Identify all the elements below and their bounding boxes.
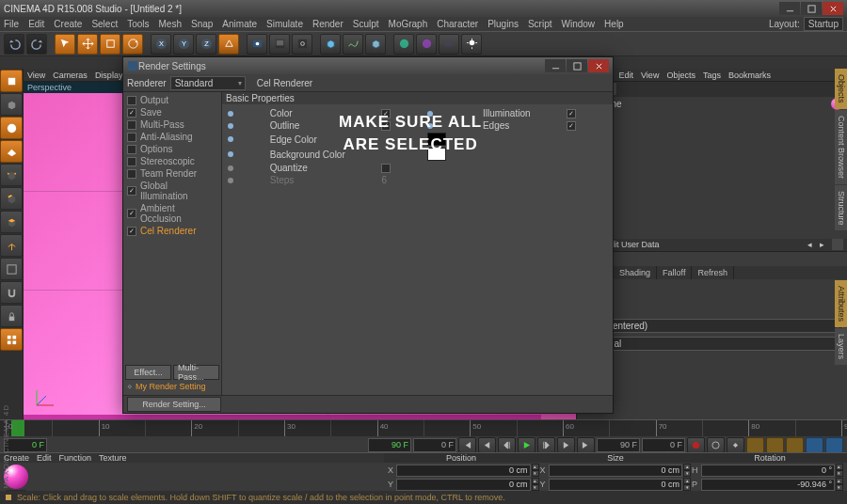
rs-item[interactable]: Output — [125, 94, 219, 106]
coord-field[interactable]: 0 ° — [701, 465, 835, 477]
vp-menu-view[interactable]: View — [27, 71, 45, 80]
timeline-ruler[interactable]: 0102030405060708090 — [0, 419, 847, 436]
coord-field[interactable]: 0 cm — [396, 479, 530, 491]
side-tab-structure[interactable]: Structure — [835, 185, 847, 231]
menu-file[interactable]: File — [4, 19, 19, 29]
live-select-icon[interactable] — [55, 34, 75, 55]
prev-key-icon[interactable] — [478, 437, 496, 453]
prop-illum-check[interactable] — [567, 109, 576, 118]
stepper-icon[interactable]: ▴▾ — [836, 464, 843, 477]
end-frame-field[interactable]: 90 F — [597, 438, 640, 452]
z-axis-icon[interactable]: Z — [196, 34, 216, 55]
menu-render[interactable]: Render — [312, 19, 344, 29]
rs-item[interactable]: Global Illumination — [125, 180, 219, 202]
deformer-green-icon[interactable] — [393, 34, 414, 55]
workplane-icon[interactable] — [0, 140, 23, 163]
range-end-field[interactable]: 90 F — [368, 438, 411, 452]
camera-icon[interactable] — [439, 34, 459, 55]
mm-texture[interactable]: Texture — [99, 453, 127, 463]
menu-tools[interactable]: Tools — [127, 19, 149, 29]
toggle-scale-icon[interactable] — [766, 437, 784, 453]
stepper-icon[interactable]: ▴▾ — [683, 464, 691, 477]
coord-field[interactable]: 0 cm — [549, 465, 682, 477]
toggle-rot-icon[interactable] — [786, 437, 804, 453]
menu-plugins[interactable]: Plugins — [487, 19, 519, 29]
tree-row-plane[interactable]: Plane — [577, 97, 847, 111]
rs-item-check[interactable] — [127, 227, 136, 236]
menu-script[interactable]: Script — [528, 19, 552, 29]
rs-item-check[interactable] — [127, 120, 136, 130]
light-icon[interactable] — [461, 34, 482, 55]
attr-nav-fwd-icon[interactable]: ▸ — [820, 240, 824, 249]
texture-pattern-icon[interactable] — [0, 328, 23, 351]
attr-grid-icon[interactable] — [832, 239, 843, 250]
playhead[interactable] — [11, 420, 24, 436]
vp-menu-cameras[interactable]: Cameras — [53, 71, 88, 80]
redo-icon[interactable] — [26, 34, 47, 55]
keyframe-sel-icon[interactable] — [727, 437, 744, 453]
side-tab-content[interactable]: Content Browser — [835, 110, 847, 184]
rs-multipass-button[interactable]: Multi-Pass... — [173, 365, 219, 380]
rs-item[interactable]: Options — [125, 143, 219, 155]
prev-frame-icon[interactable] — [498, 437, 516, 453]
rs-item-check[interactable] — [127, 96, 136, 105]
menu-create[interactable]: Create — [54, 19, 82, 29]
next-key-icon[interactable] — [557, 437, 575, 453]
texture-mode-icon[interactable] — [0, 117, 23, 139]
prop-quantize-check[interactable] — [381, 164, 391, 173]
object-tree[interactable]: Plane — [577, 97, 847, 239]
coord-field[interactable]: 0 cm — [396, 465, 530, 477]
rs-effect-button[interactable]: Effect... — [125, 365, 171, 380]
rs-item-check[interactable] — [127, 186, 136, 196]
tab-falloff[interactable]: Falloff — [657, 266, 692, 279]
menu-simulate[interactable]: Simulate — [266, 19, 303, 29]
menu-select[interactable]: Select — [91, 19, 118, 29]
generator-icon[interactable] — [365, 34, 386, 55]
menu-character[interactable]: Character — [437, 19, 478, 29]
snap-icon[interactable] — [0, 281, 23, 304]
render-view-icon[interactable] — [247, 34, 267, 55]
menu-mograph[interactable]: MoGraph — [389, 19, 428, 29]
toggle-param-icon[interactable] — [806, 437, 823, 453]
play-icon[interactable] — [518, 437, 535, 453]
rs-renderer-dropdown[interactable]: Standard — [170, 76, 246, 90]
edge-mode-icon[interactable] — [0, 187, 23, 210]
primitive-cube-icon[interactable] — [320, 34, 341, 55]
polygon-mode-icon[interactable] — [0, 211, 23, 233]
rs-my-setting[interactable]: ⋄My Render Setting — [125, 380, 219, 393]
toggle-pos-icon[interactable] — [746, 437, 764, 453]
menu-animate[interactable]: Animate — [222, 19, 257, 29]
minimize-button[interactable] — [779, 2, 800, 15]
om-menu-objects[interactable]: Objects — [666, 71, 695, 80]
goto-start-icon[interactable] — [458, 437, 476, 453]
make-editable-icon[interactable] — [0, 70, 23, 92]
fps-field[interactable]: 0 F — [642, 438, 685, 452]
rs-item-check[interactable] — [127, 108, 136, 118]
attr-dropdown-continuity[interactable]: uity (Centered) — [581, 319, 843, 333]
rs-item[interactable]: Anti-Aliasing — [125, 131, 219, 143]
rs-item[interactable]: Ambient Occlusion — [125, 202, 219, 225]
record-icon[interactable] — [687, 437, 705, 453]
vp-menu-display[interactable]: Display — [95, 71, 123, 80]
menu-window[interactable]: Window — [562, 19, 596, 29]
picture-viewer-icon[interactable] — [269, 34, 290, 55]
stepper-icon[interactable]: ▴▾ — [683, 478, 691, 491]
coord-system-icon[interactable] — [218, 34, 239, 55]
rs-item-check[interactable] — [127, 145, 136, 154]
rs-item-check[interactable] — [127, 157, 136, 166]
attr-nav-back-icon[interactable]: ◂ — [807, 240, 812, 249]
side-tab-layers[interactable]: Layers — [835, 328, 847, 365]
move-icon[interactable] — [77, 34, 98, 55]
mm-function[interactable]: Function — [59, 453, 92, 463]
rs-minimize-button[interactable] — [545, 59, 566, 72]
autokey-icon[interactable] — [707, 437, 725, 453]
spline-icon[interactable] — [343, 34, 363, 55]
rs-title-bar[interactable]: Render Settings — [123, 57, 613, 74]
om-menu-tags[interactable]: Tags — [703, 71, 721, 80]
stepper-icon[interactable]: ▴▾ — [532, 478, 539, 491]
current-frame-field[interactable]: 0 F — [413, 438, 456, 452]
rs-render-setting-button[interactable]: Render Setting... — [127, 397, 221, 412]
coord-field[interactable]: 0 cm — [549, 479, 682, 491]
menu-edit[interactable]: Edit — [28, 19, 44, 29]
undo-icon[interactable] — [4, 34, 24, 55]
